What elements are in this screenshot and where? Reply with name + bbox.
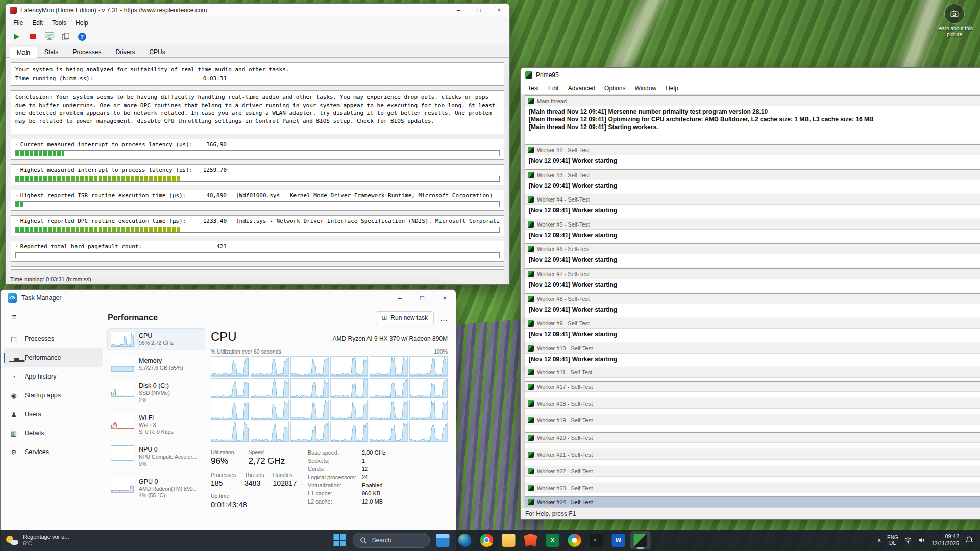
worker-window[interactable]: Worker #9 - Self-Test[Nov 12 09:41] Work… xyxy=(525,318,980,346)
performance-list-item[interactable]: GPU 0 AMD Radeon(TM) 890... 4% (55 °C) xyxy=(108,474,205,503)
language-indicator[interactable]: ENG DE xyxy=(887,535,898,546)
stop-monitor-button[interactable] xyxy=(26,31,40,43)
weather-widget[interactable]: Regentage vor u... 6°C xyxy=(0,530,76,551)
tab[interactable]: Stats xyxy=(37,46,65,57)
performance-list-item[interactable]: Disk 0 (C:) SSD (NVMe) 2% xyxy=(108,379,205,407)
worker-window[interactable]: Worker #22 - Self-Test xyxy=(525,466,980,483)
close-button[interactable]: × xyxy=(489,4,509,17)
worker-window[interactable]: Main thread[Main thread Nov 12 09:41] Me… xyxy=(525,95,980,148)
taskbar-app-button[interactable] xyxy=(630,531,651,549)
child-window-titlebar[interactable]: Main thread xyxy=(525,96,980,106)
tab[interactable]: Processes xyxy=(65,46,108,57)
taskbar-app-button[interactable]: >_ xyxy=(586,531,607,549)
taskbar-app-button[interactable] xyxy=(565,531,585,549)
child-window-titlebar[interactable]: Worker #6 - Self-Test xyxy=(525,244,980,254)
maximize-button[interactable]: □ xyxy=(411,290,433,306)
taskbar-app-button[interactable]: X xyxy=(543,531,563,549)
notification-bell-icon[interactable] xyxy=(965,536,974,545)
copy-report-button[interactable] xyxy=(59,31,72,43)
worker-window[interactable]: Worker #4 - Self-Test[Nov 12 09:41] Work… xyxy=(525,194,980,222)
clock[interactable]: 09:42 12/11/2025 xyxy=(932,533,959,547)
latencymon-titlebar[interactable]: LatencyMon (Home Edition) - v 7.31 - htt… xyxy=(6,4,509,17)
more-options-button[interactable]: … xyxy=(440,314,448,322)
child-window-titlebar[interactable]: Worker #10 - Self-Test xyxy=(525,343,980,354)
child-window-titlebar[interactable]: Worker #11 - Self-Test xyxy=(525,367,980,378)
menu-item[interactable]: Options xyxy=(600,84,630,93)
sidebar-item[interactable]: ♟ Users xyxy=(4,405,103,423)
worker-window[interactable]: Worker #6 - Self-Test[Nov 12 09:41] Work… xyxy=(525,243,980,272)
sidebar-item[interactable]: ◉ Startup apps xyxy=(4,386,103,405)
worker-window[interactable]: Worker #18 - Self-Test xyxy=(525,398,980,415)
taskbar-app-button[interactable]: W xyxy=(608,531,629,549)
child-window-titlebar[interactable]: Worker #17 - Self-Test xyxy=(525,382,980,392)
wifi-icon[interactable] xyxy=(904,536,912,544)
close-button[interactable]: × xyxy=(433,290,456,306)
child-window-titlebar[interactable]: Worker #8 - Self-Test xyxy=(525,294,980,304)
child-window-titlebar[interactable]: Worker #23 - Self-Test xyxy=(525,483,980,493)
start-button[interactable] xyxy=(330,531,350,549)
worker-window[interactable]: Worker #21 - Self-Test xyxy=(525,449,980,466)
search-box[interactable]: Search xyxy=(353,533,430,548)
child-window-titlebar[interactable]: Worker #18 - Self-Test xyxy=(525,398,980,409)
worker-window[interactable]: Worker #7 - Self-Test[Nov 12 09:41] Work… xyxy=(525,268,980,297)
menu-item[interactable]: Advanced xyxy=(564,84,600,93)
child-window-titlebar[interactable]: Worker #21 - Self-Test xyxy=(525,449,980,460)
menu-item[interactable]: Help xyxy=(71,18,93,28)
tab[interactable]: CPUs xyxy=(142,46,172,57)
child-window-titlebar[interactable]: Worker #5 - Self-Test xyxy=(525,219,980,230)
worker-window[interactable]: Worker #2 - Self-Test[Nov 12 09:41] Work… xyxy=(525,144,980,173)
start-monitor-button[interactable] xyxy=(10,31,23,43)
performance-list-item[interactable]: NPU 0 NPU Compute Acceler... 0% xyxy=(108,442,205,471)
worker-window[interactable]: Worker #11 - Self-Test xyxy=(525,367,980,382)
navigation-toggle-button[interactable]: ≡ xyxy=(5,308,24,324)
prime95-child-icon xyxy=(528,246,534,252)
sidebar-item[interactable]: ▥ Details xyxy=(4,424,103,442)
child-window-titlebar[interactable]: Worker #7 - Self-Test xyxy=(525,269,980,279)
minimize-button[interactable]: – xyxy=(448,4,469,17)
worker-window[interactable]: Worker #19 - Self-Test xyxy=(525,415,980,432)
child-window-titlebar[interactable]: Worker #4 - Self-Test xyxy=(525,194,980,205)
tray-chevron-icon[interactable]: ∧ xyxy=(877,537,881,544)
worker-window-active[interactable]: Worker #24 - Self-Test[Nov 12 09:41] Wor… xyxy=(525,496,980,507)
taskbar-app-button[interactable] xyxy=(499,531,519,549)
task-manager-titlebar[interactable]: Task Manager – □ × xyxy=(1,290,456,306)
menu-item[interactable]: Edit xyxy=(544,84,564,93)
tab[interactable]: Main xyxy=(10,47,37,58)
child-window-titlebar[interactable]: Worker #2 - Self-Test xyxy=(525,145,980,155)
performance-list-item[interactable]: Memory 9,7/27,6 GB (35%) xyxy=(108,354,205,375)
menu-item[interactable]: File xyxy=(9,18,28,28)
sidebar-item[interactable]: ⚙ Services xyxy=(4,443,103,461)
menu-item[interactable]: Edit xyxy=(28,18,47,28)
taskbar-app-button[interactable] xyxy=(455,531,475,549)
maximize-button[interactable]: □ xyxy=(469,4,489,17)
performance-list-item[interactable]: Wi-Fi Wi-Fi 3 S: 0 R: 0 Kbps xyxy=(108,411,205,439)
child-window-titlebar[interactable]: Worker #9 - Self-Test xyxy=(525,318,980,329)
child-window-titlebar[interactable]: Worker #24 - Self-Test xyxy=(525,497,980,507)
worker-window[interactable]: Worker #17 - Self-Test xyxy=(525,381,980,398)
menu-item[interactable]: Window xyxy=(630,84,661,93)
child-window-titlebar[interactable]: Worker #19 - Self-Test xyxy=(525,415,980,425)
taskbar-app-button[interactable] xyxy=(433,531,453,549)
child-window-titlebar[interactable]: Worker #20 - Self-Test xyxy=(525,433,980,443)
taskbar-app-button[interactable] xyxy=(477,531,497,549)
prime95-titlebar[interactable]: Prime95 xyxy=(521,68,980,82)
performance-list-item[interactable]: CPU 96% 2,72 GHz xyxy=(108,329,205,350)
sidebar-item[interactable]: ◔ App history xyxy=(4,367,103,386)
tab[interactable]: Drivers xyxy=(108,46,142,57)
run-new-task-button[interactable]: ⊞ Run new task xyxy=(376,311,434,324)
sidebar-item[interactable]: ▤ Processes xyxy=(4,330,103,348)
volume-icon[interactable] xyxy=(918,536,926,544)
worker-window[interactable]: Worker #20 - Self-Test xyxy=(525,432,980,449)
menu-item[interactable]: Test xyxy=(523,84,544,93)
child-window-titlebar[interactable]: Worker #3 - Self-Test xyxy=(525,170,980,180)
sidebar-item[interactable]: ▁▄▂ Performance xyxy=(4,348,103,367)
minimize-button[interactable]: – xyxy=(388,290,411,306)
menu-item[interactable]: Help xyxy=(661,84,683,93)
monitor-tool-button[interactable] xyxy=(42,31,56,43)
learn-about-picture-button[interactable] xyxy=(945,4,964,23)
taskbar-app-button[interactable] xyxy=(521,531,541,549)
child-window-titlebar[interactable]: Worker #22 - Self-Test xyxy=(525,466,980,477)
help-button[interactable]: ? xyxy=(75,31,89,43)
cpu-core-graph xyxy=(409,356,448,377)
menu-item[interactable]: Tools xyxy=(47,18,71,28)
